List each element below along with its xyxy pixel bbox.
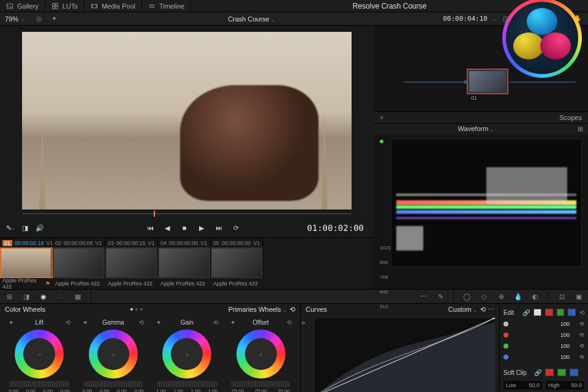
picker-icon[interactable]: ✦ <box>156 319 161 326</box>
bypass-icon[interactable]: ◎ <box>35 15 43 23</box>
reset-icon[interactable]: ⟲ <box>287 319 292 326</box>
viewer-toolbar: 79% ⌵ ◎ ✦ Crash Course ⌵ 00:00:04:10 ⌵ ◫… <box>0 12 588 26</box>
prev-clip-icon[interactable]: ⏮ <box>146 224 154 232</box>
reset-icon[interactable]: ⟲ <box>579 354 584 360</box>
color-match-icon[interactable]: ◨ <box>22 292 31 301</box>
clip-name-dropdown[interactable]: Crash Course ⌵ <box>64 15 438 23</box>
clip-thumbnail[interactable] <box>211 247 263 278</box>
close-icon[interactable]: × <box>380 114 383 121</box>
softclip-high-field[interactable]: High50.0 <box>546 381 584 390</box>
offset-color-wheel[interactable] <box>236 330 285 379</box>
scope-indicator-icon <box>380 140 383 143</box>
reset-icon[interactable]: ⟲ <box>579 343 584 349</box>
viewer-image[interactable] <box>22 32 352 209</box>
thumbnail-labels: Apple ProRes 422⚑ Apple ProRes 422 Apple… <box>0 278 374 289</box>
loop-icon[interactable]: ⟳ <box>232 224 240 232</box>
scrubber[interactable] <box>22 209 352 218</box>
blur-icon[interactable]: 💧 <box>514 292 522 301</box>
channel-g-button[interactable] <box>557 309 565 316</box>
clip-thumbnail[interactable] <box>105 247 158 278</box>
reverse-icon[interactable]: ◀ <box>163 224 172 232</box>
softclip-low-field[interactable]: Low50.0 <box>503 381 542 390</box>
tab-gallery[interactable]: Gallery <box>0 0 45 12</box>
lift-jog[interactable] <box>10 381 69 387</box>
link-icon[interactable]: 🔗 <box>522 309 530 316</box>
scope-options-icon[interactable]: ⊞ <box>578 125 588 133</box>
softclip-r-button[interactable] <box>545 369 554 376</box>
wand-icon[interactable]: ✦ <box>50 15 58 23</box>
offset-jog[interactable] <box>232 381 291 387</box>
window-icon[interactable]: ◇ <box>480 292 488 301</box>
sizing-icon[interactable]: ⊡ <box>557 292 566 301</box>
reset-icon[interactable]: ⟲ <box>579 309 584 316</box>
lift-color-wheel[interactable] <box>15 330 64 379</box>
reset-icon[interactable]: ⟲ <box>290 306 295 313</box>
play-icon[interactable]: ▶ <box>197 224 206 232</box>
timeline-icon <box>148 2 156 10</box>
split-screen-icon[interactable]: ◨ <box>21 224 29 232</box>
gain-jog[interactable] <box>157 381 217 387</box>
tab-media-pool[interactable]: Media Pool <box>85 0 142 12</box>
qualifier-icon[interactable]: ◯ <box>462 292 471 301</box>
curves-mode[interactable]: Custom <box>448 306 472 313</box>
waveform-scope[interactable] <box>391 138 582 267</box>
rgb-mixer-icon[interactable]: ∴ <box>56 292 65 301</box>
gamma-color-wheel[interactable] <box>89 330 138 379</box>
tab-timeline[interactable]: Timeline <box>142 0 191 12</box>
3d-icon[interactable]: ▣ <box>575 292 583 301</box>
tracking-icon[interactable]: ⊕ <box>497 292 505 301</box>
luts-icon <box>51 2 59 10</box>
scopes-mode-dropdown[interactable]: Waveform ⌵ ⊞ <box>374 124 588 135</box>
intensity-row[interactable]: 100⟲ <box>503 352 584 363</box>
eyedropper-icon[interactable]: ✎⌵ <box>6 224 15 232</box>
chevron-down-icon: ⌵ <box>21 16 24 22</box>
reset-icon[interactable]: ⟲ <box>139 319 144 326</box>
reset-icon[interactable]: ⟲ <box>66 319 70 326</box>
reset-icon[interactable]: ⟲ <box>480 306 486 313</box>
intensity-row[interactable]: 100⟲ <box>503 318 584 330</box>
svg-rect-4 <box>56 6 58 9</box>
picker-icon[interactable]: ✦ <box>230 319 235 326</box>
link-icon[interactable]: 🔗 <box>534 369 541 376</box>
playhead-icon[interactable] <box>154 211 155 217</box>
warper-icon[interactable]: ✎ <box>436 292 445 301</box>
clip-thumbnail[interactable] <box>0 247 53 278</box>
spline-mode-icon[interactable]: ▹ <box>301 315 311 392</box>
motion-icon[interactable]: ▦ <box>74 292 82 301</box>
channel-y-button[interactable] <box>533 309 541 316</box>
more-icon[interactable]: ⋯ <box>488 306 494 313</box>
tab-luts[interactable]: LUTs <box>45 0 85 12</box>
audio-icon[interactable]: 🔊 <box>36 224 44 232</box>
main-area: ✎⌵ ◨ 🔊 ⏮ ◀ ■ ▶ ⏭ ⟳ 01:00:02:00 0100:00:0… <box>0 26 588 289</box>
resolve-logo <box>502 0 582 78</box>
chevron-down-icon: ⌵ <box>271 17 274 23</box>
camera-raw-icon[interactable]: ⊞ <box>5 292 13 301</box>
key-icon[interactable]: ◐ <box>531 292 540 301</box>
wheels-icon[interactable]: ◉ <box>39 292 48 301</box>
viewer-timecode-small[interactable]: 00:00:04:10 <box>438 15 492 23</box>
stop-icon[interactable]: ■ <box>180 224 189 232</box>
wheels-mode[interactable]: Primaries Wheels <box>228 306 281 313</box>
gain-color-wheel[interactable] <box>162 330 211 379</box>
curve-editor[interactable] <box>314 317 496 392</box>
curves-icon[interactable]: ⬳ <box>419 292 428 301</box>
bottom-panels: Color Wheels Primaries Wheels ⌵ ⟲ ✦Lift⟲… <box>0 304 588 392</box>
zoom-dropdown[interactable]: 79% ⌵ <box>0 15 29 23</box>
offset-wheel: ✦Offset⟲ 25.0025.0025.00 RGB <box>227 317 296 392</box>
next-clip-icon[interactable]: ⏭ <box>214 224 223 232</box>
reset-icon[interactable]: ⟲ <box>213 319 218 326</box>
viewer-timecode-large[interactable]: 01:00:02:00 <box>294 223 368 233</box>
intensity-row[interactable]: 100⟲ <box>503 341 584 352</box>
softclip-g-button[interactable] <box>557 369 566 376</box>
channel-b-button[interactable] <box>568 309 576 316</box>
clip-thumbnail[interactable] <box>158 247 211 278</box>
softclip-b-button[interactable] <box>570 369 578 376</box>
picker-icon[interactable]: ✦ <box>83 319 88 326</box>
reset-icon[interactable]: ⟲ <box>579 332 584 338</box>
picker-icon[interactable]: ✦ <box>9 319 13 326</box>
channel-r-button[interactable] <box>545 309 553 316</box>
gamma-jog[interactable] <box>84 381 143 387</box>
clip-thumbnail[interactable] <box>53 247 105 278</box>
reset-icon[interactable]: ⟲ <box>579 321 584 327</box>
intensity-row[interactable]: 100⟲ <box>503 330 584 341</box>
